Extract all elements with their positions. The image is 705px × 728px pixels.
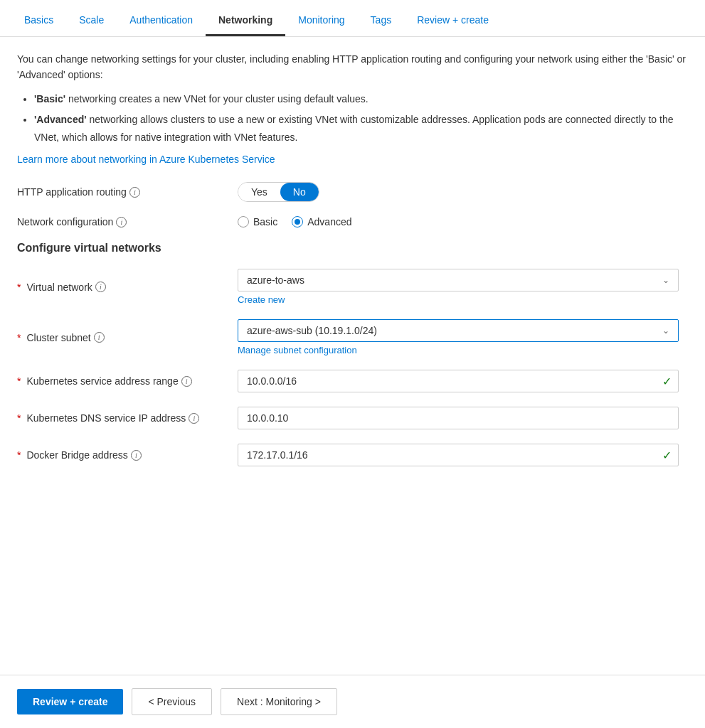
cluster-subnet-dropdown-wrapper: azure-aws-sub (10.19.1.0/24) ⌄ Manage su… xyxy=(238,319,679,355)
radio-advanced-circle xyxy=(292,216,303,228)
docker-bridge-info-icon[interactable]: i xyxy=(131,450,142,461)
cluster-subnet-chevron-icon: ⌄ xyxy=(662,326,669,336)
feature-list: 'Basic' networking creates a new VNet fo… xyxy=(34,90,688,147)
http-routing-info-icon[interactable]: i xyxy=(129,187,140,198)
k8s-dns-ip-label: * Kubernetes DNS service IP address i xyxy=(17,412,238,424)
k8s-service-range-input-wrapper: ✓ xyxy=(238,370,679,392)
radio-basic-circle xyxy=(238,216,249,228)
tab-review-create[interactable]: Review + create xyxy=(404,7,502,36)
k8s-dns-ip-row: * Kubernetes DNS service IP address i xyxy=(17,407,688,429)
cluster-subnet-row: * Cluster subnet i azure-aws-sub (10.19.… xyxy=(17,319,688,355)
tab-tags[interactable]: Tags xyxy=(358,7,405,36)
tab-authentication[interactable]: Authentication xyxy=(117,7,206,36)
docker-bridge-input-wrapper: ✓ xyxy=(238,444,679,466)
cluster-subnet-label: * Cluster subnet i xyxy=(17,332,238,343)
intro-paragraph: You can change networking settings for y… xyxy=(17,51,688,83)
network-config-row: Network configuration i Basic Advanced xyxy=(17,216,688,228)
http-routing-row: HTTP application routing i Yes No xyxy=(17,182,688,202)
virtual-network-label: * Virtual network i xyxy=(17,282,238,293)
create-new-vnet-link[interactable]: Create new xyxy=(238,294,679,305)
configure-vnet-heading: Configure virtual networks xyxy=(17,242,688,255)
manage-subnet-link[interactable]: Manage subnet configuration xyxy=(238,345,679,355)
next-button[interactable]: Next : Monitoring > xyxy=(221,688,337,715)
learn-more-link[interactable]: Learn more about networking in Azure Kub… xyxy=(17,154,275,165)
k8s-dns-ip-input-wrapper xyxy=(238,407,679,429)
http-routing-toggle[interactable]: Yes No xyxy=(238,182,319,202)
virtual-network-row: * Virtual network i azure-to-aws ⌄ Creat… xyxy=(17,269,688,305)
k8s-service-range-row: * Kubernetes service address range i ✓ xyxy=(17,370,688,392)
radio-advanced[interactable]: Advanced xyxy=(292,216,351,228)
virtual-network-dropdown[interactable]: azure-to-aws ⌄ xyxy=(238,269,679,291)
previous-button[interactable]: < Previous xyxy=(132,688,212,715)
network-config-info-icon[interactable]: i xyxy=(116,217,127,228)
tab-networking[interactable]: Networking xyxy=(206,7,285,36)
docker-bridge-input[interactable] xyxy=(238,444,679,466)
http-routing-label: HTTP application routing i xyxy=(17,186,238,198)
network-config-label: Network configuration i xyxy=(17,216,238,228)
cluster-subnet-dropdown[interactable]: azure-aws-sub (10.19.1.0/24) ⌄ xyxy=(238,319,679,342)
bullet-advanced: 'Advanced' networking allows clusters to… xyxy=(34,111,688,146)
toggle-no[interactable]: No xyxy=(280,183,319,201)
k8s-service-range-label: * Kubernetes service address range i xyxy=(17,375,238,387)
network-config-radio-group: Basic Advanced xyxy=(238,216,352,228)
bullet-basic: 'Basic' networking creates a new VNet fo… xyxy=(34,90,688,108)
tab-monitoring[interactable]: Monitoring xyxy=(285,7,357,36)
docker-bridge-label: * Docker Bridge address i xyxy=(17,449,238,461)
main-content: You can change networking settings for y… xyxy=(0,37,705,675)
tab-bar: Basics Scale Authentication Networking M… xyxy=(0,0,705,37)
virtual-network-dropdown-wrapper: azure-to-aws ⌄ Create new xyxy=(238,269,679,305)
cluster-subnet-info-icon[interactable]: i xyxy=(94,332,105,343)
radio-basic[interactable]: Basic xyxy=(238,216,277,228)
k8s-service-range-info-icon[interactable]: i xyxy=(181,376,192,387)
virtual-network-info-icon[interactable]: i xyxy=(95,282,106,292)
docker-bridge-valid-icon: ✓ xyxy=(662,449,672,462)
k8s-service-range-valid-icon: ✓ xyxy=(662,375,672,388)
virtual-network-chevron-icon: ⌄ xyxy=(662,275,669,285)
toggle-yes[interactable]: Yes xyxy=(238,183,280,201)
docker-bridge-row: * Docker Bridge address i ✓ xyxy=(17,444,688,466)
k8s-service-range-input[interactable] xyxy=(238,370,679,392)
tab-scale[interactable]: Scale xyxy=(66,7,117,36)
tab-basics[interactable]: Basics xyxy=(11,7,66,36)
k8s-dns-ip-info-icon[interactable]: i xyxy=(189,413,199,424)
footer: Review + create < Previous Next : Monito… xyxy=(0,675,705,728)
review-create-button[interactable]: Review + create xyxy=(17,689,123,714)
k8s-dns-ip-input[interactable] xyxy=(238,407,679,429)
